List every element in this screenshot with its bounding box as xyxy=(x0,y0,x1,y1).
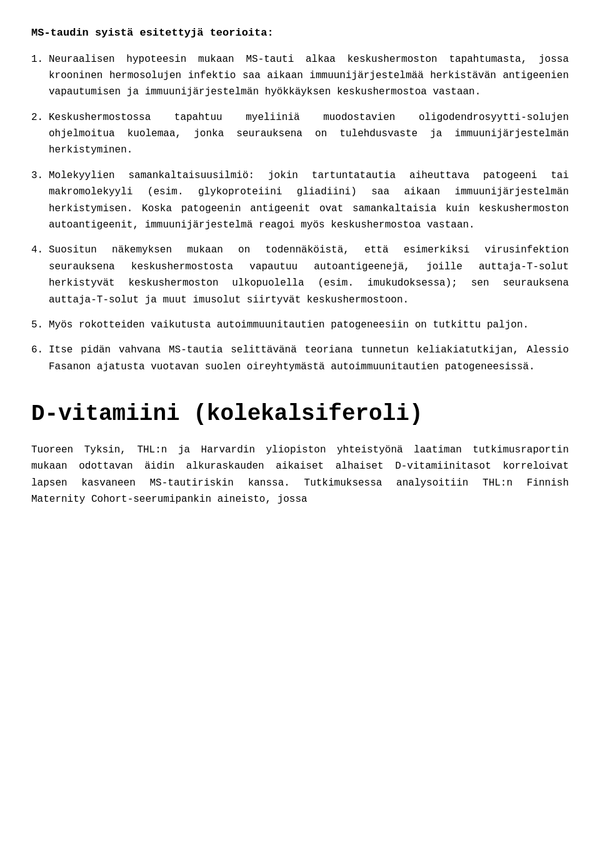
section2-heading: D-vitamiini (kolekalsiferoli) xyxy=(31,400,569,429)
list-text: Suositun näkemyksen mukaan on todennäköi… xyxy=(49,242,569,308)
list-text: Keskushermostossa tapahtuu myeliiniä muo… xyxy=(49,109,569,159)
section1-heading: MS-taudin syistä esitettyjä teorioita: xyxy=(31,25,569,41)
list-number: 4. xyxy=(31,242,49,308)
list-number: 5. xyxy=(31,317,49,333)
list-number: 6. xyxy=(31,342,49,375)
list-number: 2. xyxy=(31,109,49,159)
list-number: 1. xyxy=(31,51,49,101)
list-item: 5. Myös rokotteiden vaikutusta autoimmuu… xyxy=(31,317,569,333)
page-content: MS-taudin syistä esitettyjä teorioita: 1… xyxy=(31,25,569,508)
list-text: Itse pidän vahvana MS-tautia selittävänä… xyxy=(49,342,569,375)
list-item: 4. Suositun näkemyksen mukaan on todennä… xyxy=(31,242,569,308)
list-item: 2. Keskushermostossa tapahtuu myeliiniä … xyxy=(31,109,569,159)
list-text: Neuraalisen hypoteesin mukaan MS-tauti a… xyxy=(49,51,569,101)
list-text: Molekyylien samankaltaisuusilmiö: jokin … xyxy=(49,167,569,234)
list-item: 1. Neuraalisen hypoteesin mukaan MS-taut… xyxy=(31,51,569,101)
list-item: 6. Itse pidän vahvana MS-tautia selittäv… xyxy=(31,342,569,375)
list-item: 3. Molekyylien samankaltaisuusilmiö: jok… xyxy=(31,167,569,234)
theories-list: 1. Neuraalisen hypoteesin mukaan MS-taut… xyxy=(31,51,569,376)
section2-paragraph: Tuoreen Tyksin, THL:n ja Harvardin yliop… xyxy=(31,442,569,508)
list-number: 3. xyxy=(31,167,49,234)
list-text: Myös rokotteiden vaikutusta autoimmuunit… xyxy=(49,317,569,333)
